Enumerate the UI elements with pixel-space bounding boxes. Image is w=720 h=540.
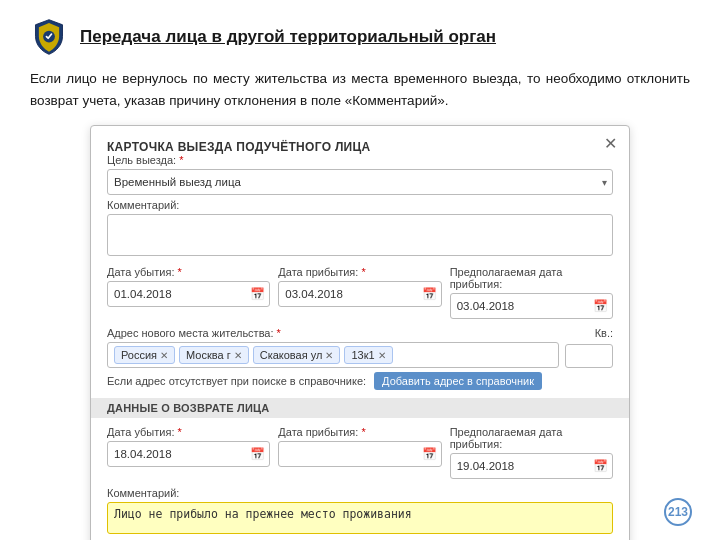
description-text: Если лицо не вернулось по месту жительст… [30, 68, 690, 111]
chip-street-remove[interactable]: ✕ [325, 350, 333, 361]
return-arrival-label: Дата прибытия: * [278, 426, 441, 438]
modal-title: КАРТОЧКА ВЫЕЗДА ПОДУЧЁТНОГО ЛИЦА [107, 140, 371, 154]
return-departure-wrapper: 📅 [107, 441, 270, 467]
chip-house-remove[interactable]: ✕ [378, 350, 386, 361]
chip-russia-remove[interactable]: ✕ [160, 350, 168, 361]
shield-icon [30, 18, 68, 56]
return-departure-input[interactable] [107, 441, 270, 467]
page-title: Передача лица в другой территориальный о… [80, 27, 496, 47]
kv-label: Кв.: [595, 327, 613, 339]
arrival-date-label: Дата прибытия: * [278, 266, 441, 278]
chip-moskva: Москва г ✕ [179, 346, 249, 364]
purpose-label: Цель выезда: * [107, 154, 613, 166]
return-arrival-wrapper: 📅 [278, 441, 441, 467]
comment-textarea[interactable] [107, 214, 613, 256]
expected-date-wrapper: 📅 [450, 293, 613, 319]
modal: КАРТОЧКА ВЫЕЗДА ПОДУЧЁТНОГО ЛИЦА ✕ Цель … [90, 125, 630, 540]
return-comment-textarea[interactable]: <span data-bind="modal.return_section.co… [107, 502, 613, 534]
purpose-field-group: Цель выезда: * Временный выезд лица [107, 154, 613, 195]
arrival-date-col: Дата прибытия: * 📅 [278, 266, 441, 319]
purpose-select-wrapper: Временный выезд лица [107, 169, 613, 195]
departure-date-col: Дата убытия: * 📅 [107, 266, 270, 319]
chip-russia: Россия ✕ [114, 346, 175, 364]
return-expected-col: Предполагаемая дата прибытия: 📅 [450, 426, 613, 479]
modal-wrapper: КАРТОЧКА ВЫЕЗДА ПОДУЧЁТНОГО ЛИЦА ✕ Цель … [30, 125, 690, 540]
page-number: 213 [664, 498, 692, 526]
chip-house: 13к1 ✕ [344, 346, 392, 364]
date-row: Дата убытия: * 📅 Дата прибытия: * [107, 266, 613, 319]
departure-date-input[interactable] [107, 281, 270, 307]
comment-label: Комментарий: [107, 199, 613, 211]
address-label: Адрес нового места жительства: * [107, 327, 281, 339]
purpose-select[interactable]: Временный выезд лица [107, 169, 613, 195]
return-expected-label: Предполагаемая дата прибытия: [450, 426, 613, 450]
add-address-button[interactable]: Добавить адрес в справочник [374, 372, 542, 390]
return-departure-label: Дата убытия: * [107, 426, 270, 438]
expected-date-input[interactable] [450, 293, 613, 319]
departure-date-wrapper: 📅 [107, 281, 270, 307]
return-expected-wrapper: 📅 [450, 453, 613, 479]
expected-date-label: Предполагаемая дата прибытия: [450, 266, 613, 290]
expected-date-col: Предполагаемая дата прибытия: 📅 [450, 266, 613, 319]
return-expected-input[interactable] [450, 453, 613, 479]
return-comment-group: Комментарий: <span data-bind="modal.retu… [107, 487, 613, 536]
hint-text: Если адрес отсутствует при поиске в спра… [107, 375, 366, 387]
return-arrival-col: Дата прибытия: * 📅 [278, 426, 441, 479]
page: Передача лица в другой территориальный о… [0, 0, 720, 540]
close-button[interactable]: ✕ [604, 136, 617, 152]
address-chips-container: Россия ✕ Москва г ✕ Скаковая ул ✕ 13к1 [107, 342, 559, 368]
return-section-title: ДАННЫЕ О ВОЗВРАТЕ ЛИЦА [91, 398, 629, 418]
return-comment-label: Комментарий: [107, 487, 613, 499]
return-departure-col: Дата убытия: * 📅 [107, 426, 270, 479]
departure-date-label: Дата убытия: * [107, 266, 270, 278]
arrival-date-input[interactable] [278, 281, 441, 307]
arrival-date-wrapper: 📅 [278, 281, 441, 307]
kv-input[interactable] [565, 344, 613, 368]
return-arrival-input[interactable] [278, 441, 441, 467]
chip-street: Скаковая ул ✕ [253, 346, 341, 364]
comment-field-group: Комментарий: [107, 199, 613, 258]
address-field-group: Адрес нового места жительства: * Кв.: Ро… [107, 327, 613, 368]
header: Передача лица в другой территориальный о… [30, 18, 690, 56]
return-date-row: Дата убытия: * 📅 Дата прибытия: * [107, 426, 613, 479]
hint-row: Если адрес отсутствует при поиске в спра… [107, 372, 613, 390]
chip-moskva-remove[interactable]: ✕ [234, 350, 242, 361]
